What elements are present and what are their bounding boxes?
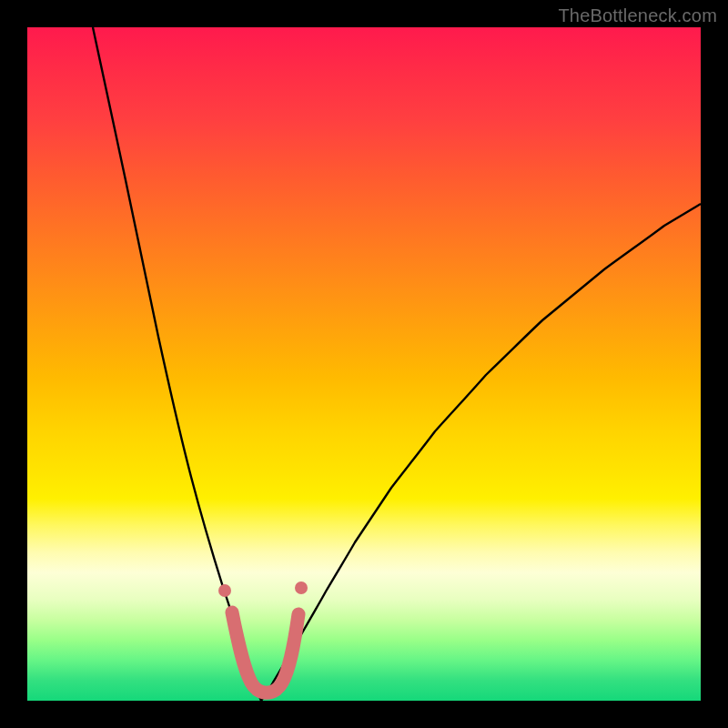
chart-svg — [27, 27, 701, 701]
watermark-text: TheBottleneck.com — [558, 5, 717, 26]
plot-area — [27, 27, 701, 701]
curve-left — [93, 27, 261, 701]
valley-marker-dot — [218, 584, 231, 597]
curve-right — [261, 204, 701, 701]
valley-thick-segment — [232, 612, 298, 693]
valley-marker-dot — [295, 581, 308, 594]
chart-frame: TheBottleneck.com — [0, 0, 728, 728]
